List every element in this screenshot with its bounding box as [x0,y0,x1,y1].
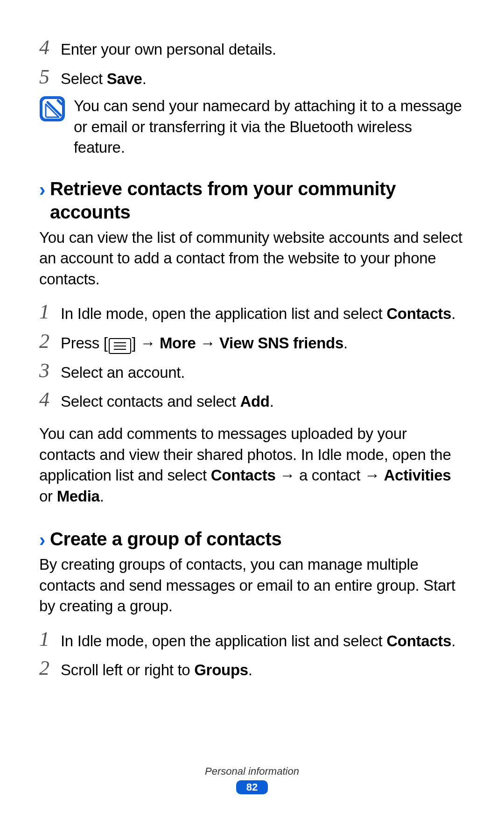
step-text: Enter your own personal details. [61,36,465,60]
text-fragment: → [196,334,219,352]
footer-section-name: Personal information [0,765,504,778]
bold-text: More [160,334,196,352]
text-fragment: In Idle mode, open the application list … [61,305,386,322]
step-item: 3 Select an account. [39,360,465,383]
text-fragment: Press [ [61,334,108,352]
paragraph: You can add comments to messages uploade… [39,424,465,507]
step-number: 2 [39,657,61,679]
step-number: 2 [39,330,61,352]
bold-text: Media [57,488,100,505]
step-text: Select an account. [61,360,465,383]
step-item: 2 Scroll left or right to Groups. [39,657,465,681]
step-text: Select Save. [61,66,465,90]
bold-text: Add [240,393,269,410]
text-fragment: . [142,70,147,87]
step-number: 3 [39,360,61,381]
text-fragment: . [451,305,455,322]
step-number: 1 [39,628,61,650]
step-item: 4 Select contacts and select Add. [39,389,465,412]
step-text: In Idle mode, open the application list … [61,628,465,652]
chevron-icon: › [39,527,45,551]
text-fragment: . [343,334,348,352]
bold-text: Groups [194,661,248,679]
section-heading: › Retrieve contacts from your community … [39,177,465,224]
bold-text: Save [107,70,142,87]
chevron-icon: › [39,177,45,200]
step-text: In Idle mode, open the application list … [61,301,465,325]
paragraph: You can view the list of community websi… [39,227,465,290]
step-item: 1 In Idle mode, open the application lis… [39,301,465,325]
step-number: 5 [39,66,61,87]
step-item: 1 In Idle mode, open the application lis… [39,628,465,652]
step-text: Scroll left or right to Groups. [61,657,465,681]
note-text: You can send your namecard by attaching … [74,95,465,158]
text-fragment: . [451,632,455,650]
page-number-badge: 82 [236,780,268,794]
heading-text: Create a group of contacts [50,527,281,551]
paragraph: By creating groups of contacts, you can … [39,554,465,617]
note-icon [39,96,65,122]
bold-text: Contacts [386,305,451,322]
step-item: 4 Enter your own personal details. [39,36,465,60]
bold-text: View SNS friends [219,334,343,352]
text-fragment: → a contact → [275,467,384,484]
step-item: 5 Select Save. [39,66,465,90]
text-fragment: . [270,393,274,410]
text-fragment: . [100,488,104,505]
menu-key-icon [109,338,131,354]
text-fragment: Select contacts and select [61,393,240,410]
note-callout: You can send your namecard by attaching … [39,95,465,158]
text-fragment: Scroll left or right to [61,661,194,679]
step-number: 1 [39,301,61,322]
step-number: 4 [39,36,61,58]
step-text: Select contacts and select Add. [61,389,465,412]
section-heading: › Create a group of contacts [39,527,465,551]
bold-text: Activities [384,467,451,484]
text-fragment: . [248,661,252,679]
step-text: Press [] → More → View SNS friends. [61,330,465,354]
bold-text: Contacts [386,632,451,650]
page: 4 Enter your own personal details. 5 Sel… [0,0,504,827]
step-item: 2 Press [] → More → View SNS friends. [39,330,465,354]
heading-text: Retrieve contacts from your community ac… [50,177,465,224]
bold-text: Contacts [211,467,276,484]
text-fragment: ] → [132,334,160,352]
text-fragment: or [39,488,57,505]
text-fragment: In Idle mode, open the application list … [61,632,386,650]
text-fragment: Select [61,70,107,87]
content-area: 4 Enter your own personal details. 5 Sel… [39,36,465,681]
step-number: 4 [39,389,61,410]
page-footer: Personal information 82 [0,765,504,794]
